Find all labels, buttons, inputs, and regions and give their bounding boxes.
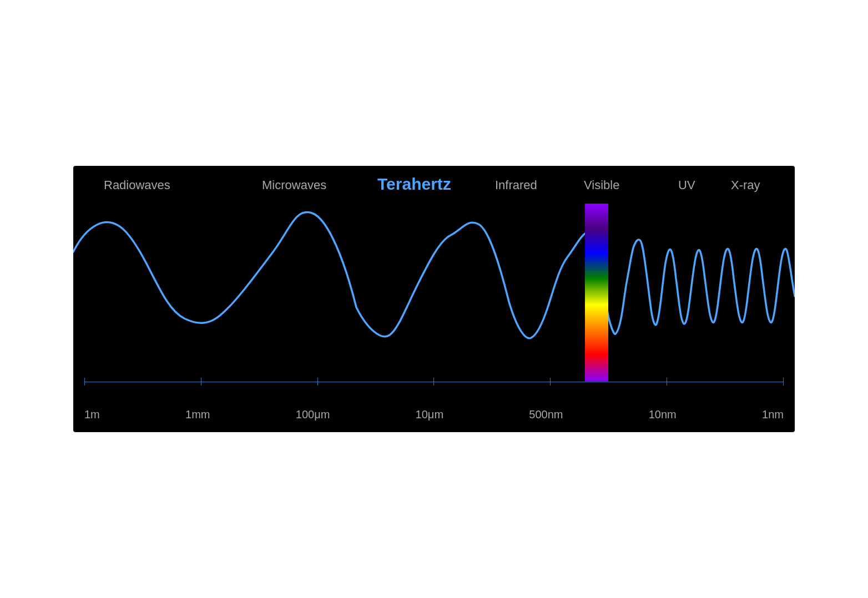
tick-1nm xyxy=(783,378,784,386)
scale-1nm: 1nm xyxy=(762,408,784,421)
electromagnetic-spectrum-diagram: Radiowaves Microwaves Terahertz Infrared… xyxy=(73,166,795,432)
scale-1mm: 1mm xyxy=(185,408,210,421)
scale-1m: 1m xyxy=(84,408,100,421)
label-visible: Visible xyxy=(584,178,619,192)
scale-10um: 10μm xyxy=(416,408,443,421)
label-microwaves: Microwaves xyxy=(262,178,326,192)
tick-10um xyxy=(433,378,434,386)
label-infrared: Infrared xyxy=(495,178,537,192)
wave-visualization xyxy=(73,196,795,374)
tick-1m xyxy=(84,378,85,386)
tick-10nm xyxy=(667,378,667,386)
scale-labels-container: 1m 1mm 100μm 10μm 500nm 10nm 1nm xyxy=(84,408,784,421)
visible-spectrum-rainbow xyxy=(585,204,608,381)
tick-marks-container xyxy=(84,378,784,386)
label-radiowaves: Radiowaves xyxy=(104,178,170,192)
tick-100um xyxy=(317,378,318,386)
label-uv: UV xyxy=(678,178,695,192)
tick-1mm xyxy=(201,378,201,386)
label-xray: X-ray xyxy=(731,178,760,192)
scale-500nm: 500nm xyxy=(529,408,563,421)
scale-10nm: 10nm xyxy=(649,408,677,421)
tick-500nm xyxy=(550,378,551,386)
label-terahertz: Terahertz xyxy=(377,175,451,194)
scale-100um: 100μm xyxy=(296,408,330,421)
